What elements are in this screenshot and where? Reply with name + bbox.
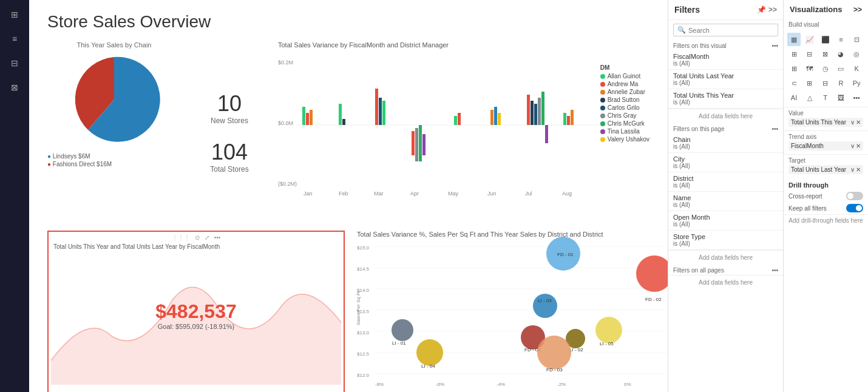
- add-data-all-pages-btn[interactable]: Add data fields here: [668, 275, 783, 289]
- viz-value-remove[interactable]: ✕: [856, 119, 861, 126]
- viz-trend-section: Trend axis FiscalMonth ∨ ✕: [784, 130, 868, 154]
- bar-chart-legend: DM Allan Guinot Andrew Ma Annelie Zubar …: [600, 64, 649, 144]
- viz-type-text[interactable]: T: [819, 91, 832, 104]
- filters-on-all-pages-label: Filters on all pages: [673, 267, 724, 274]
- chart-handle-icon: ⋮⋮⋮: [172, 234, 190, 241]
- viz-type-matrix[interactable]: ⊟: [819, 76, 832, 90]
- svg-text:-6%: -6%: [436, 382, 444, 387]
- viz-value-dropdown[interactable]: ∨: [850, 119, 855, 126]
- viz-type-donut[interactable]: ◎: [850, 47, 863, 61]
- filters-on-all-pages-more[interactable]: •••: [771, 267, 778, 274]
- viz-type-area[interactable]: ⬛: [819, 33, 832, 46]
- viz-target-field[interactable]: Total Units Last Year ∨ ✕: [788, 165, 863, 174]
- viz-type-kpi[interactable]: K: [850, 62, 863, 75]
- viz-type-waterfall[interactable]: ⊟: [803, 47, 816, 61]
- area-chart-section[interactable]: ⋮⋮⋮ ⊙ ⤢ ••• Total Units This Year and To…: [47, 231, 345, 392]
- viz-type-line[interactable]: 📈: [803, 33, 816, 46]
- keep-all-filters-pill[interactable]: [846, 204, 863, 212]
- viz-trend-field[interactable]: FiscalMonth ∨ ✕: [788, 141, 863, 150]
- filter-total-units-ty-value: is (All): [673, 99, 778, 106]
- legend-item-7: Tina Lassila: [608, 128, 640, 135]
- viz-type-gauge[interactable]: ◷: [819, 62, 832, 75]
- filter-district[interactable]: District is (All): [668, 172, 783, 192]
- svg-rect-5: [306, 113, 309, 125]
- filters-on-page-header: Filters on this page •••: [668, 123, 783, 133]
- filter-item-total-units-this-year[interactable]: Total Units This Year is (All): [668, 89, 783, 109]
- viz-target-remove[interactable]: ✕: [856, 166, 861, 173]
- viz-type-card[interactable]: ▭: [834, 62, 847, 75]
- filter-store-type[interactable]: Store Type is (All): [668, 231, 783, 250]
- filters-panel: Filters 📌 >> 🔍 Filters on this visual ••…: [668, 0, 783, 392]
- svg-text:LI - 03: LI - 03: [538, 298, 552, 303]
- bar-chart-section: Total Sales Variance by FiscalMonth and …: [278, 41, 649, 223]
- svg-text:Sales Per Sq Ft: Sales Per Sq Ft: [356, 291, 361, 325]
- filter-search-input[interactable]: [688, 27, 774, 34]
- svg-text:$0.2M: $0.2M: [278, 59, 293, 66]
- filters-header-icons: 📌 >>: [757, 5, 777, 14]
- svg-rect-4: [302, 107, 305, 125]
- sidebar-icon-grid[interactable]: ⊞: [5, 5, 24, 24]
- viz-trend-dropdown[interactable]: ∨: [850, 143, 855, 149]
- viz-type-table[interactable]: ⊞: [803, 76, 816, 90]
- svg-rect-12: [412, 131, 415, 155]
- svg-text:Jun: Jun: [487, 191, 497, 197]
- pie-chart[interactable]: [66, 51, 163, 148]
- filter-item-total-units-last-year[interactable]: Total Units Last Year is (All): [668, 70, 783, 89]
- viz-type-100pct[interactable]: ⊡: [850, 33, 863, 46]
- filter-name[interactable]: Name is (All): [668, 192, 783, 211]
- viz-type-pie[interactable]: ◕: [834, 47, 847, 61]
- svg-text:Mar: Mar: [374, 191, 384, 197]
- filter-chain[interactable]: Chain is (All): [668, 133, 783, 153]
- viz-type-scatter[interactable]: ⊠: [819, 47, 832, 61]
- svg-point-60: [636, 255, 668, 292]
- sidebar-icon-menu[interactable]: ≡: [5, 29, 24, 49]
- filter-total-units-ly-value: is (All): [673, 79, 778, 86]
- visualizations-panel: Visualizations >> Build visual ▦ 📈 ⬛ ≡ ⊡…: [783, 0, 868, 392]
- viz-type-map[interactable]: 🗺: [803, 62, 816, 75]
- svg-rect-13: [415, 128, 418, 161]
- svg-rect-25: [541, 92, 544, 125]
- filters-on-visual-more[interactable]: •••: [771, 42, 778, 49]
- filters-header: Filters 📌 >>: [668, 0, 783, 20]
- viz-target-section: Target Total Units Last Year ∨ ✕: [784, 154, 868, 178]
- viz-type-ai[interactable]: AI: [787, 91, 801, 104]
- viz-type-treemap[interactable]: ⊞: [787, 62, 801, 75]
- viz-type-stack[interactable]: ≡: [834, 33, 847, 46]
- legend-item-5: Chris Gray: [608, 112, 637, 119]
- filters-expand-icon[interactable]: >>: [768, 5, 777, 14]
- add-data-visual-btn[interactable]: Add data fields here: [668, 109, 783, 123]
- sidebar-icon-bookmarks[interactable]: ⊠: [5, 78, 24, 97]
- bar-chart[interactable]: $0.2M $0.0M ($0.2M): [278, 52, 649, 198]
- sidebar-icon-pages[interactable]: ⊟: [5, 53, 24, 73]
- add-drill-through-btn[interactable]: Add drill-through fields here: [784, 214, 868, 226]
- filter-search-box[interactable]: 🔍: [673, 24, 778, 36]
- svg-rect-15: [422, 134, 426, 155]
- chart-more-icon[interactable]: •••: [214, 234, 221, 241]
- chart-expand-icon[interactable]: ⤢: [205, 234, 209, 241]
- viz-type-ribbon[interactable]: ⊞: [787, 47, 801, 61]
- viz-type-slicer[interactable]: ⊂: [787, 76, 801, 90]
- viz-trend-remove[interactable]: ✕: [856, 143, 861, 149]
- viz-expand-icon[interactable]: >>: [853, 5, 862, 14]
- area-chart-title: Total Units This Year and Total Units La…: [51, 242, 341, 251]
- chart-filter-icon[interactable]: ⊙: [195, 234, 200, 241]
- filters-pin-icon[interactable]: 📌: [757, 5, 766, 14]
- filter-item-fiscalmonth[interactable]: FiscalMonth is (All): [668, 50, 783, 70]
- viz-type-bar[interactable]: ▦: [787, 33, 801, 46]
- viz-type-more[interactable]: •••: [850, 91, 863, 104]
- svg-text:Jan: Jan: [303, 191, 313, 197]
- viz-type-shape[interactable]: △: [803, 91, 816, 104]
- viz-type-py[interactable]: Py: [850, 76, 863, 90]
- cross-report-pill[interactable]: [846, 192, 863, 200]
- add-data-page-btn[interactable]: Add data fields here: [668, 250, 783, 265]
- viz-value-field[interactable]: Total Units This Year ∨ ✕: [788, 118, 863, 127]
- filters-on-page-more[interactable]: •••: [771, 126, 778, 132]
- viz-type-r[interactable]: R: [834, 76, 847, 90]
- viz-type-image[interactable]: 🖼: [834, 91, 847, 104]
- svg-rect-10: [379, 98, 382, 125]
- viz-target-dropdown[interactable]: ∨: [850, 166, 855, 173]
- filter-city[interactable]: City is (All): [668, 153, 783, 172]
- viz-value-label: Value: [788, 110, 863, 117]
- filter-open-month[interactable]: Open Month is (All): [668, 211, 783, 231]
- scatter-chart[interactable]: $15.0 $14.5 $14.0 $13.5 $13.0 $12.5 $12.…: [357, 240, 649, 392]
